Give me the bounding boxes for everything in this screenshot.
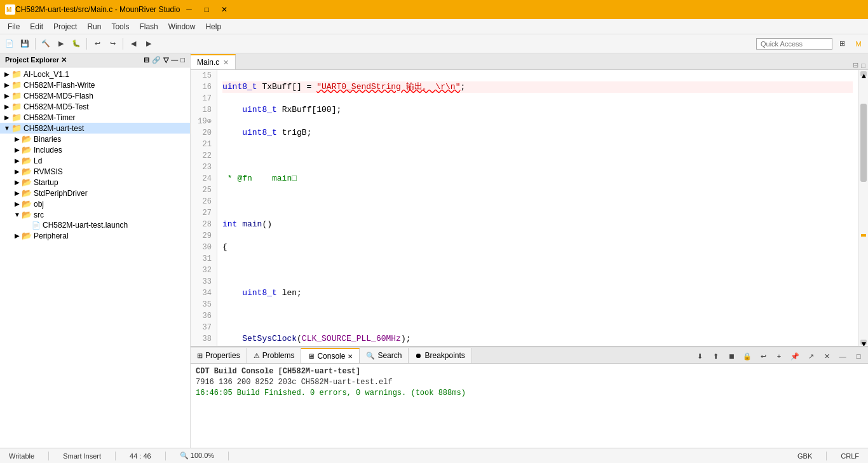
editor-right-gutter: ▲ ▼ — [858, 70, 868, 346]
code-lines[interactable]: uint8_t TxBuff[] = "UART0_SendString 输出。… — [217, 70, 858, 346]
tree-item-md5-flash[interactable]: ▶ 📁 CH582M-MD5-Flash — [0, 90, 190, 101]
tree-item-stdperiph[interactable]: ▶ 📂 StdPeriphDriver — [0, 188, 190, 198]
console-new-btn[interactable]: + — [772, 349, 786, 363]
console-wrap-btn[interactable]: ↩ — [756, 349, 770, 363]
tree-arrow-ld: ▶ — [13, 157, 22, 164]
project-tree: ▶ 📁 AI-Lock_V1.1 ▶ 📁 CH582M-Flash-Write … — [0, 67, 190, 448]
console-data-line: 7916 136 200 8252 203c CH582M-uart-test.… — [196, 377, 863, 388]
tree-item-timer[interactable]: ▶ 📁 CH582M-Timer — [0, 112, 190, 123]
status-position: 44 : 46 — [126, 452, 155, 460]
code-editor[interactable]: 15 16 17 18 19⊕ 20 21 22 23 24 25 26 — [191, 70, 858, 346]
toolbar-build-btn[interactable]: 🔨 — [39, 37, 53, 51]
tree-item-uart-test[interactable]: ▼ 📁 CH582M-uart-test — [0, 123, 190, 134]
tree-item-launch-file[interactable]: 📄 CH582M-uart-test.launch — [0, 220, 190, 230]
minimize-button[interactable]: ─ — [180, 1, 198, 18]
tree-arrow-src: ▼ — [13, 211, 22, 218]
menu-tools[interactable]: Tools — [106, 21, 134, 32]
tree-item-includes[interactable]: ▶ 📂 Includes — [0, 144, 190, 155]
tree-arrow-rvmsis: ▶ — [13, 168, 22, 175]
toolbar-perspective-btn[interactable]: M — [851, 37, 865, 51]
menu-flash[interactable]: Flash — [134, 21, 163, 32]
sidebar-min-icon[interactable]: — — [171, 56, 178, 64]
menu-window[interactable]: Window — [163, 21, 201, 32]
tree-label-md5-test: CH582M-MD5-Test — [24, 102, 89, 111]
console-clear-btn[interactable]: ⬇ — [693, 349, 707, 363]
breakpoints-icon: ⏺ — [415, 352, 422, 359]
tree-arrow-timer: ▶ — [3, 114, 11, 121]
console-stop-btn[interactable]: ⏹ — [724, 349, 738, 363]
status-sep-4 — [228, 452, 229, 460]
console-up-btn[interactable]: ⬆ — [709, 349, 722, 363]
menu-help[interactable]: Help — [200, 21, 226, 32]
toolbar-debug-btn[interactable]: 🐛 — [69, 37, 83, 51]
tree-item-ai-lock[interactable]: ▶ 📁 AI-Lock_V1.1 — [0, 69, 190, 79]
statusbar: Writable Smart Insert 44 : 46 🔍 100.0% G… — [0, 448, 868, 463]
toolbar-sep-2 — [86, 38, 87, 50]
console-title-line: CDT Build Console [CH582M-uart-test] — [196, 366, 863, 377]
tree-label-rvmsis: RVMSIS — [34, 167, 63, 176]
titlebar: M CH582M-uart-test/src/Main.c - MounRive… — [0, 0, 868, 19]
tree-label-ai-lock: AI-Lock_V1.1 — [24, 70, 69, 79]
toolbar-new-btn[interactable]: 📄 — [3, 37, 17, 51]
scroll-thumb[interactable] — [860, 104, 867, 182]
tree-item-ld[interactable]: ▶ 📂 Ld — [0, 155, 190, 166]
tree-label-startup: Startup — [34, 178, 58, 187]
toolbar-layout-btn[interactable]: ⊞ — [835, 37, 849, 51]
editor-collapse-icon[interactable]: ⊟ — [853, 61, 858, 69]
editor-tab-mainc[interactable]: Main.c ✕ — [191, 54, 236, 69]
toolbar-forward-btn[interactable]: ▶ — [142, 37, 156, 51]
code-line-15: uint8_t TxBuff[] = "UART0_SendString 输出。… — [222, 81, 853, 93]
bottom-tab-search[interactable]: 🔍 Search — [360, 348, 409, 363]
sidebar-menu-icon[interactable]: ▽ — [163, 56, 168, 64]
menu-run[interactable]: Run — [82, 21, 106, 32]
scroll-track — [858, 78, 868, 338]
sidebar-link-icon[interactable]: 🔗 — [152, 56, 161, 64]
bottom-min-btn[interactable]: — — [836, 349, 850, 363]
line-numbers: 15 16 17 18 19⊕ 20 21 22 23 24 25 26 — [191, 70, 217, 346]
menu-project[interactable]: Project — [48, 21, 82, 32]
tree-item-md5-test[interactable]: ▶ 📁 CH582M-MD5-Test — [0, 101, 190, 112]
bottom-tab-problems[interactable]: ⚠ Problems — [247, 348, 302, 363]
bottom-tab-console[interactable]: 🖥 Console ✕ — [301, 348, 360, 363]
toolbar-run-btn[interactable]: ▶ — [54, 37, 68, 51]
editor-tab-mainc-close[interactable]: ✕ — [223, 59, 229, 67]
console-pin-btn[interactable]: 📌 — [788, 349, 802, 363]
tree-item-peripheral[interactable]: ▶ 📂 Peripheral — [0, 230, 190, 241]
bottom-max-btn[interactable]: □ — [851, 349, 865, 363]
console-close-icon[interactable]: ✕ — [348, 353, 353, 360]
code-line-26: SetSysClock(CLK_SOURCE_PLL_60MHz); — [222, 333, 853, 345]
menu-file[interactable]: File — [3, 21, 25, 32]
close-button[interactable]: ✕ — [215, 1, 233, 18]
sidebar-max-icon[interactable]: □ — [180, 56, 185, 64]
tree-item-startup[interactable]: ▶ 📂 Startup — [0, 177, 190, 188]
tree-arrow-startup: ▶ — [13, 179, 22, 186]
maximize-button[interactable]: □ — [198, 1, 215, 18]
editor-max-icon[interactable]: □ — [861, 62, 865, 69]
console-close-all-btn[interactable]: ✕ — [820, 349, 834, 363]
bottom-tab-problems-label: Problems — [262, 351, 295, 360]
scroll-down-btn[interactable]: ▼ — [860, 340, 867, 345]
sidebar-header: Project Explorer ✕ ⊟ 🔗 ▽ — □ — [0, 53, 190, 67]
menu-edit[interactable]: Edit — [25, 21, 48, 32]
tree-item-binaries[interactable]: ▶ 📂 Binaries — [0, 134, 190, 144]
tree-item-rvmsis[interactable]: ▶ 📂 RVMSIS — [0, 166, 190, 177]
tree-item-src[interactable]: ▼ 📂 src — [0, 209, 190, 220]
quick-access-input[interactable] — [756, 38, 832, 50]
console-detach-btn[interactable]: ↗ — [804, 349, 818, 363]
console-content: CDT Build Console [CH582M-uart-test] 791… — [191, 364, 868, 448]
sidebar-title: Project Explorer ✕ — [5, 56, 67, 64]
menubar: File Edit Project Run Tools Flash Window… — [0, 19, 868, 34]
bottom-tab-breakpoints[interactable]: ⏺ Breakpoints — [409, 348, 471, 363]
bottom-tab-properties[interactable]: ⊞ Properties — [191, 348, 247, 363]
sidebar-collapse-icon[interactable]: ⊟ — [144, 56, 149, 64]
tree-item-obj[interactable]: ▶ 📂 obj — [0, 198, 190, 209]
tree-item-flash-write[interactable]: ▶ 📁 CH582M-Flash-Write — [0, 79, 190, 90]
console-scroll-lock-btn[interactable]: 🔒 — [740, 349, 754, 363]
toolbar-redo-btn[interactable]: ↪ — [105, 37, 119, 51]
toolbar-save-btn[interactable]: 💾 — [18, 37, 32, 51]
status-encoding: GBK — [794, 452, 816, 460]
toolbar-undo-btn[interactable]: ↩ — [90, 37, 104, 51]
scroll-up-btn[interactable]: ▲ — [860, 71, 867, 76]
toolbar-back-btn[interactable]: ◀ — [126, 37, 140, 51]
tree-arrow-flash-write: ▶ — [3, 81, 11, 88]
